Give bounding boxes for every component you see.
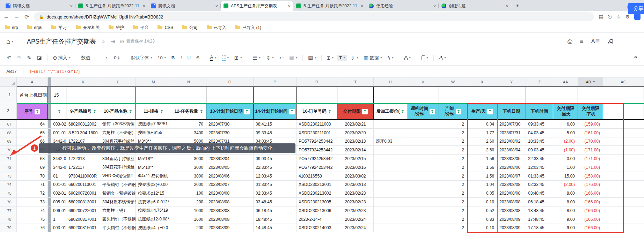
cell-ab78[interactable]: (166.00) bbox=[578, 215, 603, 224]
filter-icon[interactable] bbox=[93, 110, 96, 113]
row-number[interactable]: 69 bbox=[0, 137, 17, 146]
cell-y1[interactable] bbox=[497, 87, 526, 103]
strikethrough-button[interactable]: S bbox=[194, 54, 202, 62]
tab-close-icon[interactable]: × bbox=[142, 3, 145, 9]
cell-x68[interactable]: 1.77 bbox=[467, 129, 497, 137]
cell-w74[interactable]: 2 bbox=[439, 181, 467, 189]
cell-o76[interactable]: 2023/08/08 bbox=[206, 198, 254, 206]
column-header-z[interactable]: 下机时间 bbox=[526, 103, 553, 119]
cell-p69[interactable]: 04:03:45 bbox=[254, 137, 297, 146]
column-letter-V[interactable]: V bbox=[407, 77, 439, 86]
cell-o1[interactable] bbox=[206, 87, 254, 103]
cell-a67[interactable]: 64 bbox=[17, 120, 48, 129]
column-letter-A[interactable]: A bbox=[17, 77, 48, 86]
cell-a1[interactable]: 首台上机日期 bbox=[17, 87, 48, 103]
cell-a69[interactable]: 66 bbox=[17, 137, 48, 146]
home-icon[interactable]: ⌂ bbox=[6, 38, 10, 45]
italic-button[interactable]: I bbox=[178, 54, 184, 62]
cell-a72[interactable]: 69 bbox=[17, 163, 48, 172]
column-letter-R[interactable]: R◂▸ bbox=[297, 77, 337, 86]
filter-icon[interactable] bbox=[58, 110, 61, 113]
cell-z68[interactable]: 04:03:45 bbox=[526, 129, 553, 137]
cell-t77[interactable]: 2023/02/23 bbox=[337, 206, 374, 215]
cell-aa73[interactable]: 15.00 bbox=[553, 172, 578, 181]
tab-close-icon[interactable]: × bbox=[433, 3, 436, 9]
cell-v70[interactable] bbox=[407, 146, 439, 155]
cell-o68[interactable]: 2023/07/30 bbox=[206, 129, 254, 137]
cell-j68[interactable]: 001-01 bbox=[51, 129, 66, 137]
filter-icon[interactable] bbox=[401, 110, 404, 113]
cell-r74[interactable]: XSDD230213001 bbox=[297, 181, 337, 189]
cell-a68[interactable]: 65 bbox=[17, 129, 48, 137]
font-select[interactable]: 默认字体▾ bbox=[129, 53, 154, 62]
row-number[interactable]: 75 bbox=[0, 189, 17, 198]
permission-icon[interactable] bbox=[632, 54, 639, 61]
cell-u69[interactable]: 滚牙0.03 bbox=[374, 137, 407, 146]
cell-ac71[interactable] bbox=[603, 155, 644, 163]
cell-w77[interactable]: 2 bbox=[439, 206, 467, 215]
filter-icon[interactable] bbox=[200, 110, 203, 113]
cell-y71[interactable]: 2023/08/05 bbox=[497, 155, 526, 163]
format-painter-icon[interactable]: ✎ bbox=[25, 53, 34, 62]
eraser-icon[interactable]: ◪ bbox=[35, 53, 44, 62]
row-number[interactable]: 79 bbox=[0, 224, 17, 233]
filter-icon[interactable] bbox=[244, 109, 250, 114]
cell-ac70[interactable] bbox=[603, 146, 644, 155]
filter-icon[interactable] bbox=[430, 109, 435, 114]
cell-v73[interactable] bbox=[407, 172, 439, 181]
cell-u1[interactable] bbox=[374, 87, 407, 103]
cell-a76[interactable]: 73 bbox=[17, 198, 48, 206]
bookmark-item[interactable]: erp bbox=[5, 25, 18, 30]
cell-y69[interactable]: 2023/08/02 bbox=[497, 137, 526, 146]
cell-v71[interactable] bbox=[407, 155, 439, 163]
cell-ab71[interactable]: (171.00) bbox=[578, 155, 603, 163]
column-letter-j[interactable] bbox=[51, 77, 66, 86]
filter-icon[interactable] bbox=[289, 109, 295, 114]
cell-u78[interactable] bbox=[374, 215, 407, 224]
cell-t74[interactable]: 2023/02/13 bbox=[337, 181, 374, 189]
tab-close-icon[interactable]: × bbox=[70, 3, 73, 9]
filter-icon[interactable] bbox=[328, 110, 331, 113]
cell-w76[interactable]: 2 bbox=[439, 198, 467, 206]
cell-l78[interactable]: 圆头销钉（不锈钢 bbox=[100, 215, 136, 224]
cell-z74[interactable]: 02:33:45 bbox=[526, 181, 553, 189]
cell-m74[interactable]: 按要求φ3(+0.00 bbox=[136, 181, 171, 189]
cell-u79[interactable] bbox=[374, 224, 407, 233]
font-color-button[interactable]: A▾ bbox=[208, 53, 219, 62]
automation-button[interactable]: ϟ▾ bbox=[386, 53, 396, 62]
filter-icon[interactable] bbox=[129, 110, 132, 113]
row-number[interactable]: 68 bbox=[0, 129, 17, 137]
cell-k70[interactable]: 1722100 bbox=[66, 146, 100, 155]
cell-ac74[interactable] bbox=[603, 181, 644, 189]
cell-o67[interactable]: 2023/07/30 bbox=[206, 120, 254, 129]
cell-m1[interactable] bbox=[136, 87, 171, 103]
filter-icon[interactable] bbox=[160, 110, 163, 113]
column-letter-Z[interactable]: Z bbox=[526, 77, 553, 86]
cell-m69[interactable]: M3*8** bbox=[136, 137, 171, 146]
bookmark-item[interactable]: 公司 bbox=[182, 25, 198, 31]
cell-ac77[interactable] bbox=[603, 206, 644, 215]
cell-m67[interactable]: 按图纸φ7.98*51 bbox=[136, 120, 171, 129]
cell-aa69[interactable]: (2.00) bbox=[553, 137, 578, 146]
cell-a75[interactable]: 72 bbox=[17, 189, 48, 198]
move-to-folder-icon[interactable]: ⇥ bbox=[111, 38, 115, 45]
cell-l73[interactable]: VHD Φ4定位销T bbox=[100, 172, 136, 181]
cell-u77[interactable] bbox=[374, 206, 407, 215]
cell-aa77[interactable]: 8.00 bbox=[553, 206, 578, 215]
cell-z71[interactable]: 22:33:45 bbox=[526, 155, 553, 163]
column-letter-AA[interactable]: AA bbox=[553, 77, 578, 86]
cell-j1[interactable]: 15 bbox=[51, 87, 66, 103]
cell-k69[interactable]: 1722107 bbox=[66, 137, 100, 146]
bookmark-item[interactable]: 已导入 (1) bbox=[235, 25, 261, 31]
cell-r76[interactable]: XSDD230213005 bbox=[297, 198, 337, 206]
cell-aa1[interactable] bbox=[553, 87, 578, 103]
image-chart-button[interactable]: ▦▾ bbox=[306, 53, 318, 62]
cell-z73[interactable]: 01:33:45 bbox=[526, 172, 553, 181]
cell-x70[interactable]: 2.60 bbox=[467, 146, 497, 155]
cell-p78[interactable]: 18:48:45 bbox=[254, 215, 297, 224]
cell-r71[interactable]: PO577924253442 bbox=[297, 155, 337, 163]
menu-icon[interactable]: ≡ bbox=[580, 38, 583, 45]
cell-j70[interactable]: 3442-02 bbox=[51, 146, 66, 155]
cell-o79[interactable]: 2023/08/09 bbox=[206, 224, 254, 233]
cell-r67[interactable]: XSDD230211003 bbox=[297, 120, 337, 129]
